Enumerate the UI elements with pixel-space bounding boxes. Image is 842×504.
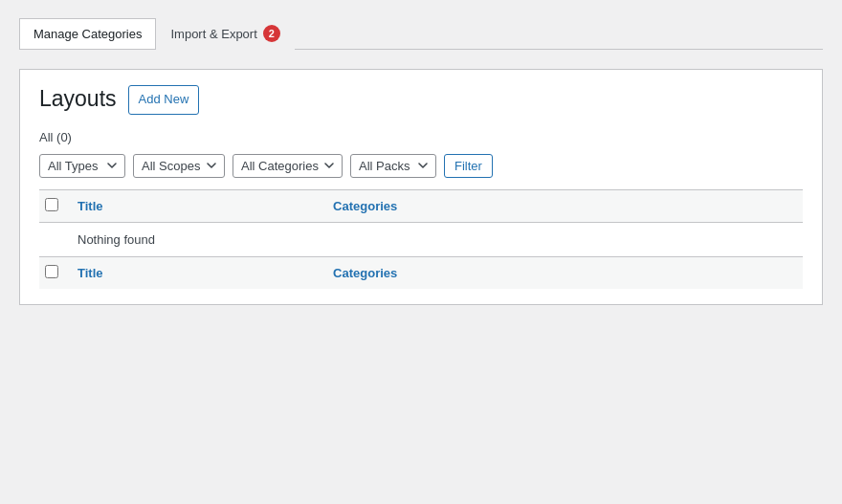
table-header-row: Title Categories <box>39 189 803 222</box>
tab-import-export-label: Import & Export <box>170 27 256 41</box>
header-title-cell[interactable]: Title <box>68 189 323 222</box>
import-export-badge: 2 <box>263 25 280 42</box>
nothing-found-cell: Nothing found <box>68 222 803 256</box>
page-wrapper: Manage Categories Import & Export 2 Layo… <box>0 0 842 320</box>
filter-row: All Types All Scopes All Categories All … <box>39 154 803 178</box>
all-types-select[interactable]: All Types <box>39 154 125 178</box>
select-all-checkbox[interactable] <box>45 198 58 211</box>
add-new-button[interactable]: Add New <box>128 85 200 115</box>
all-packs-select[interactable]: All Packs <box>350 154 436 178</box>
footer-checkbox-cell <box>39 256 68 289</box>
tab-import-export[interactable]: Import & Export 2 <box>156 16 294 50</box>
header-categories-cell: Categories <box>323 189 803 222</box>
filter-summary: All (0) <box>39 130 803 144</box>
footer-categories-cell: Categories <box>323 256 803 289</box>
layouts-table: Title Categories Nothing found <box>39 189 803 289</box>
all-scopes-select[interactable]: All Scopes <box>133 154 225 178</box>
table-footer-row: Title Categories <box>39 256 803 289</box>
tab-manage-categories[interactable]: Manage Categories <box>19 18 156 49</box>
all-categories-select[interactable]: All Categories <box>233 154 343 178</box>
footer-title-cell[interactable]: Title <box>68 256 323 289</box>
page-title: Layouts <box>39 85 117 114</box>
empty-checkbox-cell <box>39 222 68 256</box>
content-area: Layouts Add New All (0) All Types All Sc… <box>19 69 823 305</box>
footer-select-all-checkbox[interactable] <box>45 265 58 278</box>
tabs-bar: Manage Categories Import & Export 2 <box>19 15 823 50</box>
tab-manage-categories-label: Manage Categories <box>33 27 142 41</box>
page-title-row: Layouts Add New <box>39 85 803 115</box>
header-checkbox-cell <box>39 189 68 222</box>
empty-row: Nothing found <box>39 222 803 256</box>
filter-button[interactable]: Filter <box>444 154 493 178</box>
